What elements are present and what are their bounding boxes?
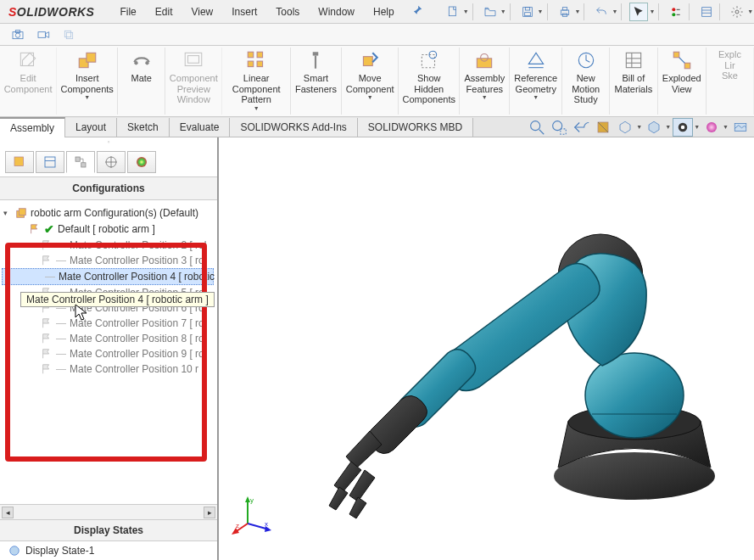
dropdown-arrow-icon[interactable]: ▼ [463,8,469,14]
config-root-row[interactable]: ▾ robotic arm Configuration(s) (Default) [2,205,214,221]
menu-window[interactable]: Window [310,3,363,21]
display-states-header: Display States [0,519,217,541]
config-label: Mate Controller Position 8 [ rol [70,333,206,344]
svg-point-72 [585,353,684,438]
menu-view[interactable]: View [182,3,221,21]
ribbon-edit-component[interactable]: EditComponent [0,48,57,115]
dropdown-arrow-icon[interactable]: ▼ [649,8,655,14]
ribbon-smart-fasteners[interactable]: SmartFasteners [291,48,342,115]
tab-assembly[interactable]: Assembly [0,117,65,137]
ribbon-bill-of-materials[interactable]: Bill ofMaterials [610,48,657,115]
tree-horizontal-scrollbar[interactable]: ◂ ▸ [0,504,217,519]
svg-rect-28 [257,52,263,58]
ribbon-show-hidden-components[interactable]: ShowHiddenComponents [399,48,460,115]
dropdown-arrow-icon[interactable]: ▼ [500,8,506,14]
svg-rect-4 [561,10,568,14]
tab-sketch[interactable]: Sketch [117,118,170,137]
dropdown-arrow-icon[interactable]: ▼ [367,94,373,100]
config-row-3[interactable]: — Mate Controller Position 3 [ rol [2,253,214,268]
svg-point-54 [707,122,717,132]
undo-button[interactable] [592,3,611,21]
flag-icon [41,317,53,329]
dropdown-arrow-icon[interactable]: ▼ [482,94,488,100]
dropdown-arrow-icon[interactable]: ▼ [694,124,700,130]
ribbon-insert-components[interactable]: InsertComponents ▼ [57,48,118,115]
ribbon-exploded-view[interactable]: ExplodedView [658,48,707,115]
settings-gear-button[interactable] [728,3,746,21]
config-row-10[interactable]: — Mate Controller Position 10 r [2,361,214,377]
screen-capture-button[interactable] [8,25,27,44]
svg-rect-16 [38,31,46,37]
config-row-4[interactable]: — Mate Controller Position 4 [ robotic a… [2,268,214,285]
feature-manager-panel: ◦ Configurations ▾ robotic arm Configura… [0,137,219,560]
panel-tab-property-manager[interactable] [36,151,64,173]
tab-layout[interactable]: Layout [65,118,117,137]
ribbon-label: SmartFasteners [295,73,337,94]
save-button[interactable] [518,3,537,21]
dropdown-arrow-icon[interactable]: ▼ [538,8,544,14]
ribbon-component-preview-window[interactable]: ComponentPreviewWindow [165,48,222,115]
scroll-left-button[interactable]: ◂ [2,507,14,518]
panel-tabs [0,146,217,177]
svg-rect-22 [87,53,96,62]
config-row-2[interactable]: — Mate Controller Position 2 [ rol [2,238,214,253]
dropdown-arrow-icon[interactable]: ▼ [665,124,671,130]
graphics-viewport[interactable]: y x z [219,137,754,560]
options-list-button[interactable] [697,3,716,21]
collapse-icon[interactable]: ▾ [3,209,12,217]
svg-rect-45 [684,63,690,69]
ribbon-new-motion-study[interactable]: NewMotionStudy [562,48,610,115]
menu-edit[interactable]: Edit [147,3,182,21]
ribbon-label: MoveComponent [346,73,394,94]
select-tool-button[interactable] [629,3,648,21]
menu-file[interactable]: File [111,3,144,21]
scroll-right-button[interactable]: ▸ [204,507,215,518]
ribbon-move-component[interactable]: MoveComponent ▼ [342,48,399,115]
dropdown-arrow-icon[interactable]: ▼ [747,8,753,14]
dropdown-arrow-icon[interactable]: ▼ [533,94,539,100]
pin-menu-icon[interactable] [411,4,423,19]
panel-tab-display-manager[interactable] [127,151,156,173]
display-state-row[interactable]: Display State-1 [0,541,217,560]
svg-point-70 [554,452,715,500]
ribbon-assembly-features[interactable]: AssemblyFeatures ▼ [460,48,510,115]
ribbon-label: InsertComponents [61,73,114,94]
dropdown-arrow-icon[interactable]: ▼ [254,105,260,111]
config-row-7[interactable]: — Mate Controller Position 7 [ rol [2,316,214,331]
ribbon-reference-geometry[interactable]: ReferenceGeometry ▼ [510,48,562,115]
svg-point-53 [681,125,685,129]
apply-scene-button[interactable] [730,118,751,137]
menu-tools[interactable]: Tools [267,3,308,21]
ribbon-mate[interactable]: Mate [118,48,165,115]
command-ribbon: EditComponent InsertComponents ▼ Mate Co… [0,46,754,117]
ribbon-label: Mate [131,73,151,84]
dropdown-arrow-icon[interactable]: ▼ [84,94,90,100]
rebuild-button[interactable] [667,3,685,21]
ribbon-exploded-line-sketch[interactable]: ExplcLirSke [707,48,754,115]
panel-tab-configuration-manager[interactable] [66,151,95,173]
panel-tab-dimxpert[interactable] [97,151,126,173]
ribbon-linear-pattern[interactable]: Linear ComponentPattern ▼ [222,48,291,115]
svg-point-8 [673,13,676,16]
menu-insert[interactable]: Insert [223,3,265,21]
svg-point-47 [531,120,540,130]
new-document-button[interactable] [444,3,462,21]
config-row-9[interactable]: — Mate Controller Position 9 [ rol [2,346,214,361]
dropdown-arrow-icon[interactable]: ▼ [636,124,642,130]
open-document-button[interactable] [481,3,500,21]
dropdown-arrow-icon[interactable]: ▼ [723,124,729,130]
copy-image-button[interactable] [59,25,78,44]
robotic-arm-model [270,132,728,540]
print-button[interactable] [556,3,574,21]
tab-evaluate[interactable]: Evaluate [170,118,231,137]
title-bar: SOLIDWORKS File Edit View Insert Tools W… [0,0,754,24]
menu-help[interactable]: Help [365,3,403,21]
dropdown-arrow-icon[interactable]: ▼ [612,8,617,14]
panel-tab-assembly-tree[interactable] [5,151,34,173]
config-label: Mate Controller Position 4 [ robotic arm… [59,271,217,283]
dropdown-arrow-icon[interactable]: ▼ [575,8,581,14]
config-row-8[interactable]: — Mate Controller Position 8 [ rol [2,331,214,346]
svg-rect-34 [422,55,434,68]
config-default-row[interactable]: ✔ Default [ robotic arm ] [2,221,214,238]
record-video-button[interactable] [34,25,53,44]
